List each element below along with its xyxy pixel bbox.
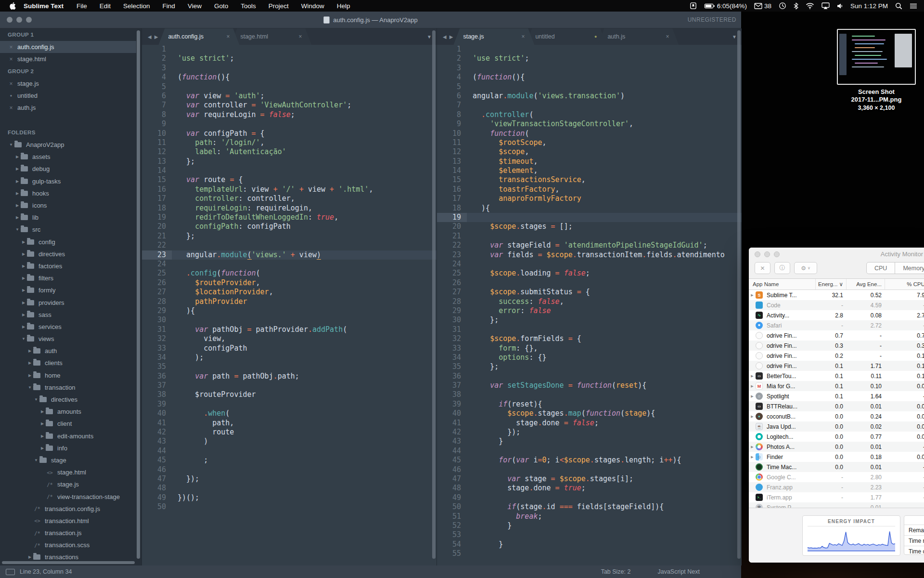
process-row[interactable]: Code-4.59- xyxy=(749,300,924,310)
process-row[interactable]: ☕Java Upd...0.00.020.0 xyxy=(749,421,924,432)
tree-file-item[interactable]: /*transaction.scss xyxy=(0,539,141,551)
chevron-down-icon[interactable]: ▼ xyxy=(8,143,14,147)
menu-goto[interactable]: Goto xyxy=(214,2,228,10)
column-avg-ene-[interactable]: Avg Ene... xyxy=(846,279,885,289)
vintage-mode-icon[interactable] xyxy=(6,569,15,575)
chevron-right-icon[interactable]: ▶ xyxy=(20,240,27,244)
chevron-right-icon[interactable]: ▶ xyxy=(26,349,33,353)
chevron-right-icon[interactable]: ▶ xyxy=(20,325,27,329)
tree-folder-item[interactable]: ▼directives xyxy=(0,394,141,406)
disclosure-icon[interactable]: ▶ xyxy=(749,384,756,388)
open-file-item[interactable]: ×stage.js xyxy=(0,78,141,90)
process-row[interactable]: Logitech...0.00.770.0 xyxy=(749,432,924,442)
am-minimize-button[interactable] xyxy=(764,251,770,257)
desktop-screenshot-icon[interactable]: Screen Shot 2017-11...PM.png 3,360 × 2,1… xyxy=(836,29,917,111)
sidebar-horizontal-scrollbar[interactable] xyxy=(2,561,135,564)
tree-folder-item[interactable]: ▶edit-amounts xyxy=(0,430,141,442)
tree-folder-item[interactable]: ▶auth xyxy=(0,345,141,357)
chevron-right-icon[interactable]: ▶ xyxy=(20,264,27,268)
time-machine-icon[interactable] xyxy=(779,2,786,10)
inspect-process-button[interactable]: ⓘ xyxy=(774,262,790,274)
menu-find[interactable]: Find xyxy=(163,2,175,10)
dirty-dot-icon[interactable]: ● xyxy=(9,93,13,98)
menu-clock[interactable]: Sun 1:12 PM xyxy=(850,2,888,10)
process-row[interactable]: Franz.app-2.23- xyxy=(749,482,924,492)
tree-file-item[interactable]: /*transaction.config.js xyxy=(0,503,141,515)
menu-selection[interactable]: Selection xyxy=(123,2,150,10)
menu-window[interactable]: Window xyxy=(301,2,324,10)
tree-folder-item[interactable]: ▶assets xyxy=(0,151,141,163)
tree-file-item[interactable]: /*transaction.js xyxy=(0,527,141,539)
disclosure-icon[interactable]: ▶ xyxy=(749,374,756,378)
chevron-right-icon[interactable]: ▶ xyxy=(39,421,46,426)
chevron-right-icon[interactable]: ▶ xyxy=(14,191,21,196)
mail-icon[interactable]: 38 xyxy=(754,2,771,10)
tab-stage-html[interactable]: stage.html× xyxy=(231,28,311,45)
tab-auth-js[interactable]: auth.js× xyxy=(598,28,679,45)
chevron-right-icon[interactable]: ▶ xyxy=(20,301,27,305)
process-row[interactable]: ▶●coconutB...0.00.240.0 xyxy=(749,411,924,421)
segment-cpu[interactable]: CPU xyxy=(867,263,895,274)
menu-project[interactable]: Project xyxy=(269,2,289,10)
tab-auth-config-js[interactable]: auth.config.js× xyxy=(158,28,239,45)
chevron-right-icon[interactable]: ▶ xyxy=(39,409,46,414)
tree-folder-item[interactable]: ▶hooks xyxy=(0,187,141,199)
tree-folder-item[interactable]: ▼stage xyxy=(0,454,141,466)
active-app-name[interactable]: Sublime Text xyxy=(24,2,64,10)
am-window-controls[interactable] xyxy=(755,251,780,257)
tree-folder-item[interactable]: ▶client xyxy=(0,418,141,430)
tab-dirty-icon[interactable]: ● xyxy=(594,34,597,39)
process-row[interactable]: odrive Fin...0.2-0.1 xyxy=(749,351,924,361)
open-file-item[interactable]: ●untitled xyxy=(0,90,141,102)
chevron-right-icon[interactable]: ▶ xyxy=(20,252,27,256)
menu-edit[interactable]: Edit xyxy=(100,2,111,10)
open-file-item[interactable]: ×auth.js xyxy=(0,102,141,114)
airplay-icon[interactable] xyxy=(821,2,830,9)
process-row[interactable]: ▶▭BetterTou...0.10.110.1 xyxy=(749,371,924,381)
process-row[interactable]: Google C...-2.80- xyxy=(749,472,924,482)
process-row[interactable]: odrive Fin...0.11.710.1 xyxy=(749,361,924,371)
process-row[interactable]: ▶☺Finder0.00.180.0 xyxy=(749,452,924,462)
process-row[interactable]: odrive Fin...0.7-0.7 xyxy=(749,330,924,341)
tab-size-indicator[interactable]: Tab Size: 2 xyxy=(601,568,631,575)
tree-folder-item[interactable]: ▶filters xyxy=(0,272,141,284)
notification-list-icon[interactable] xyxy=(910,3,917,9)
tree-folder-item[interactable]: ▶clients xyxy=(0,357,141,369)
disclosure-icon[interactable]: ▶ xyxy=(749,394,756,398)
menu-help[interactable]: Help xyxy=(337,2,350,10)
process-row[interactable]: odrive Fin...0.3-0.3 xyxy=(749,341,924,351)
chevron-right-icon[interactable]: ▶ xyxy=(14,155,21,159)
tree-folder-item[interactable]: ▶factories xyxy=(0,260,141,272)
tree-folder-item[interactable]: ▶debug xyxy=(0,163,141,175)
disclosure-icon[interactable]: ▶ xyxy=(749,455,756,459)
quit-process-button[interactable]: ✕ xyxy=(755,262,770,274)
process-row[interactable]: ▭BTTRelau...0.00.010.0 xyxy=(749,401,924,411)
code-area[interactable]: 12'use strict';34(function(){56angular.m… xyxy=(437,45,742,565)
chevron-right-icon[interactable]: ▶ xyxy=(20,313,27,317)
apple-menu[interactable] xyxy=(10,2,16,10)
tab-overflow-icon[interactable]: ▼ xyxy=(732,28,737,45)
close-file-icon[interactable]: × xyxy=(9,105,13,111)
tree-folder-item[interactable]: ▼src xyxy=(0,223,141,236)
segment-memory[interactable]: Memory xyxy=(895,263,924,274)
tree-folder-item[interactable]: ▶config xyxy=(0,236,141,248)
editor-pane-right[interactable]: ◀▶stage.js×untitled●auth.js×▼12'use stri… xyxy=(436,28,742,565)
editor-scrollbar[interactable] xyxy=(737,30,741,559)
process-row[interactable]: ∿Activity...2.80.082.7 xyxy=(749,310,924,320)
title-bar[interactable]: auth.config.js — AnaproV2app UNREGISTERE… xyxy=(0,12,741,28)
close-file-icon[interactable]: × xyxy=(9,56,13,63)
process-row[interactable]: ▶SSublime T...32.10.527.9 xyxy=(749,290,924,300)
chevron-right-icon[interactable]: ▶ xyxy=(26,555,33,559)
process-row[interactable]: Time Mac...0.00.01- xyxy=(749,462,924,472)
code-area[interactable]: 12'use strict';34(function(){56 var view… xyxy=(142,45,436,565)
tab-overflow-icon[interactable]: ▼ xyxy=(427,28,432,45)
chevron-right-icon[interactable]: ▶ xyxy=(26,373,33,378)
process-row[interactable]: Safari-2.72- xyxy=(749,320,924,330)
menu-file[interactable]: File xyxy=(77,2,87,10)
bluetooth-icon[interactable] xyxy=(794,2,798,10)
open-file-item[interactable]: ×stage.html xyxy=(0,53,141,65)
editor-pane-left[interactable]: ◀▶auth.config.js×stage.html×▼12'use stri… xyxy=(141,28,436,565)
battery-icon[interactable]: 6:05(84%) xyxy=(704,2,747,10)
process-row[interactable]: ▶Photos A...0.00.01- xyxy=(749,442,924,452)
disclosure-icon[interactable]: ▶ xyxy=(749,293,756,297)
